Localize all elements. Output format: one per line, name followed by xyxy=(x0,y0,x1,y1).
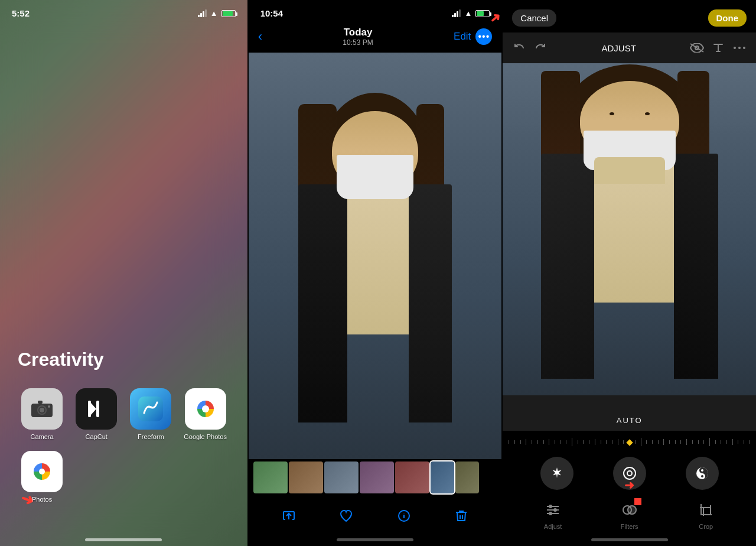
filmstrip-thumb-4[interactable] xyxy=(360,462,394,493)
main-photo-image xyxy=(249,53,502,459)
nav-title: Today 10:53 PM xyxy=(262,27,454,47)
app-capcut[interactable]: CapCut xyxy=(72,388,120,440)
adjust-tab[interactable]: Adjust xyxy=(542,499,563,530)
photos-label: Photos xyxy=(32,496,52,503)
redo-button[interactable] xyxy=(530,37,551,58)
battery-icon xyxy=(221,10,236,17)
auto-enhance-icon[interactable] xyxy=(540,457,573,490)
yin-yang-tool[interactable] xyxy=(686,457,719,490)
freeform-icon xyxy=(130,388,171,430)
app-camera[interactable]: Camera xyxy=(18,388,66,440)
text-button[interactable] xyxy=(708,37,729,58)
svg-rect-4 xyxy=(38,401,43,404)
edit-tool-icons xyxy=(503,450,756,495)
crop-tab[interactable]: Crop xyxy=(695,499,716,530)
adjust-tab-label: Adjust xyxy=(544,523,562,530)
filmstrip-thumb-3[interactable] xyxy=(324,462,359,493)
heart-button[interactable] xyxy=(333,503,359,529)
svg-rect-6 xyxy=(88,401,91,417)
home-indicator xyxy=(0,538,247,546)
filters-dot xyxy=(634,498,641,505)
main-photo-area[interactable] xyxy=(249,53,502,459)
photos-time: 10:54 xyxy=(260,8,283,18)
svg-point-12 xyxy=(39,469,45,474)
more-options-button[interactable] xyxy=(729,37,750,58)
svg-point-21 xyxy=(743,47,745,49)
photos-battery-icon xyxy=(475,10,490,17)
folder-label: Creativity xyxy=(18,349,230,370)
app-freeform[interactable]: Freeform xyxy=(126,388,175,440)
home-screen: 5:52 ▲ Creativity xyxy=(0,0,247,546)
app-grid: Camera CapCut xyxy=(18,388,230,503)
svg-point-10 xyxy=(149,406,152,408)
capcut-label: CapCut xyxy=(86,433,107,440)
freeform-label: Freeform xyxy=(138,433,164,440)
filters-tab[interactable]: ➜ Filters xyxy=(619,499,640,530)
photos-toolbar xyxy=(249,496,502,538)
gphotos-icon xyxy=(185,388,226,430)
nav-right: Edit ••• ➜ xyxy=(454,28,492,45)
nav-title-sub: 10:53 PM xyxy=(262,38,454,47)
home-status-bar: 5:52 ▲ xyxy=(0,0,247,22)
share-button[interactable] xyxy=(276,503,302,529)
svg-marker-8 xyxy=(91,403,96,415)
edit-button[interactable]: Edit xyxy=(454,31,471,43)
svg-rect-9 xyxy=(138,396,163,421)
camera-icon xyxy=(21,388,63,430)
wifi-icon: ▲ xyxy=(210,9,218,18)
filmstrip-thumb-7[interactable] xyxy=(455,462,479,493)
svg-point-23 xyxy=(627,471,632,476)
visibility-toggle[interactable] xyxy=(686,37,708,58)
home-time: 5:52 xyxy=(12,8,30,18)
svg-point-22 xyxy=(624,467,636,479)
svg-point-16 xyxy=(403,513,404,514)
svg-point-11 xyxy=(202,405,209,412)
svg-point-30 xyxy=(701,475,703,477)
edit-bottom-tabs: Adjust ➜ Filters xyxy=(503,495,756,538)
filmstrip-thumb-2[interactable] xyxy=(289,462,323,493)
back-button[interactable]: ‹ xyxy=(258,29,262,44)
filmstrip xyxy=(249,459,502,496)
adjust-tab-icon xyxy=(542,499,563,521)
filmstrip-thumb-1[interactable] xyxy=(253,462,288,493)
photos-signal-icon xyxy=(452,9,461,17)
more-button[interactable]: ••• ➜ xyxy=(475,28,492,45)
svg-point-5 xyxy=(48,405,50,408)
edit-photo-image xyxy=(503,63,756,395)
gphotos-label: Google Photos xyxy=(184,433,227,440)
photos-nav-bar: ‹ Today 10:53 PM Edit ••• ➜ xyxy=(249,22,502,53)
svg-point-3 xyxy=(40,408,44,412)
nav-title-main: Today xyxy=(262,27,454,38)
capcut-icon xyxy=(76,388,117,430)
app-photos[interactable]: Photos ➜ xyxy=(18,451,66,503)
portrait-icon[interactable] xyxy=(613,457,646,490)
photos-screen: 10:54 ▲ ‹ Today 10:53 PM Edit ••• xyxy=(249,0,502,546)
auto-enhance-tool[interactable] xyxy=(540,457,573,490)
svg-point-19 xyxy=(734,47,736,49)
photos-home-indicator xyxy=(249,538,502,546)
filmstrip-thumb-6[interactable] xyxy=(431,462,454,493)
undo-button[interactable] xyxy=(509,37,530,58)
filters-tab-label: Filters xyxy=(621,523,638,530)
edit-home-indicator xyxy=(503,538,756,546)
edit-slider[interactable] xyxy=(503,431,756,450)
done-button[interactable]: Done xyxy=(708,9,747,27)
svg-rect-7 xyxy=(96,401,99,417)
yin-yang-icon[interactable] xyxy=(686,457,719,490)
trash-button[interactable] xyxy=(448,503,474,529)
auto-label: AUTO xyxy=(503,416,756,425)
info-button[interactable] xyxy=(391,503,417,529)
photos-status-bar: 10:54 ▲ xyxy=(249,0,502,22)
filmstrip-thumb-5[interactable] xyxy=(395,462,429,493)
cancel-button[interactable]: Cancel xyxy=(512,9,556,27)
portrait-tool[interactable] xyxy=(613,457,646,490)
signal-icon xyxy=(198,9,207,17)
svg-point-32 xyxy=(549,505,552,508)
svg-point-34 xyxy=(553,508,557,512)
app-gphotos[interactable]: Google Photos xyxy=(181,388,230,440)
edit-tools-bar: ADJUST xyxy=(503,32,756,63)
edit-screen: Cancel Done ADJUST xyxy=(503,0,756,546)
svg-point-38 xyxy=(628,506,636,514)
svg-point-20 xyxy=(738,47,741,49)
photos-wifi-icon: ▲ xyxy=(464,9,472,18)
